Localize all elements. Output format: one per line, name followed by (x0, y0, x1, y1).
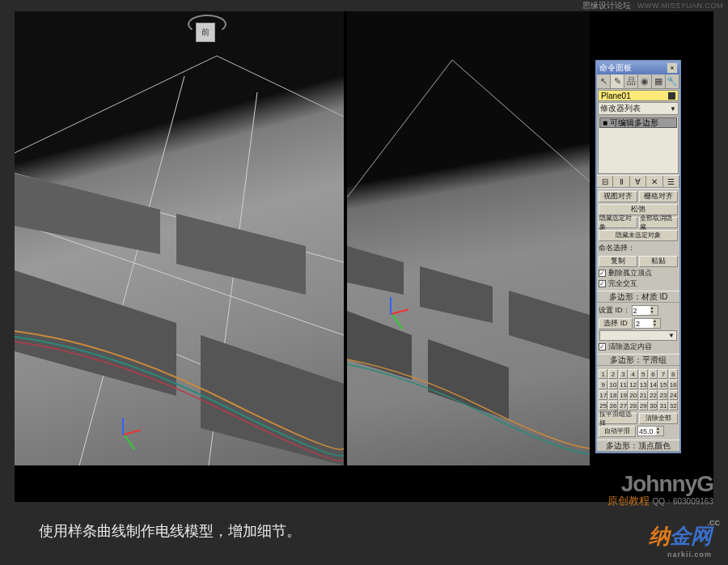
axis-gizmo-right[interactable] (371, 295, 412, 335)
axis-gizmo-left[interactable] (104, 415, 144, 456)
smooth-group-8[interactable]: 8 (669, 369, 678, 379)
modify-tab[interactable]: ✎ (611, 74, 624, 88)
viewcube-face-front[interactable]: 前 (196, 23, 215, 42)
modifier-stack[interactable]: ■ 可编辑多边形 (598, 116, 679, 174)
close-icon[interactable]: × (667, 63, 677, 73)
set-id-spinner[interactable]: 2▲▼ (632, 305, 658, 316)
full-interactive-checkbox[interactable]: ✓完全交互 (599, 278, 678, 289)
stack-item-editable-poly[interactable]: ■ 可编辑多边形 (599, 117, 677, 128)
smooth-group-9[interactable]: 9 (599, 380, 607, 389)
smooth-group-21[interactable]: 21 (639, 390, 648, 400)
auto-smooth-button[interactable]: 自动平滑 (599, 426, 636, 437)
svg-line-12 (452, 60, 590, 181)
logo-part2: 金网 (670, 524, 712, 548)
smooth-group-30[interactable]: 30 (649, 401, 658, 410)
select-id-button[interactable]: 选择 ID (599, 318, 633, 329)
smooth-group-5[interactable]: 5 (639, 369, 648, 379)
chevron-down-icon: ▼ (670, 105, 676, 113)
smooth-group-15[interactable]: 15 (658, 380, 667, 389)
utilities-tab[interactable]: 🔧 (666, 74, 679, 88)
show-end-result-icon[interactable]: Ⅱ (613, 176, 629, 187)
clear-selected-checkbox[interactable]: ✓清除选定内容 (599, 342, 678, 352)
configure-sets-icon[interactable]: ☰ (663, 176, 679, 187)
svg-line-2 (15, 173, 344, 262)
smoothing-groups-grid: 1234567891011121314151617181920212223242… (599, 369, 678, 410)
smooth-group-31[interactable]: 31 (658, 401, 667, 410)
rollout-smoothing-head[interactable]: 多边形：平滑组 (597, 355, 679, 366)
object-name-field[interactable]: Plane01 (598, 90, 679, 101)
panel-title-text: 命令面板 (599, 62, 632, 74)
smooth-group-3[interactable]: 3 (619, 369, 628, 379)
svg-marker-14 (420, 266, 493, 323)
rollout-material-id-head[interactable]: 多边形：材质 ID (597, 291, 679, 303)
svg-line-4 (15, 287, 344, 424)
object-name-text: Plane01 (601, 91, 631, 100)
display-tab[interactable]: ▦ (652, 74, 666, 88)
viewport-perspective-right[interactable] (347, 11, 590, 465)
smooth-group-32[interactable]: 32 (669, 401, 678, 410)
copy-button[interactable]: 复制 (599, 256, 637, 267)
pin-stack-icon[interactable]: ⊟ (597, 176, 613, 187)
smooth-group-1[interactable]: 1 (599, 369, 607, 379)
select-id-spinner[interactable]: 2▲▼ (634, 318, 661, 329)
logo-domain: narkii.com (649, 550, 712, 559)
create-tab[interactable]: ↖ (597, 74, 611, 88)
smooth-group-19[interactable]: 19 (619, 390, 628, 400)
select-by-smooth-button[interactable]: 按平滑组选择 (599, 413, 637, 424)
svg-line-1 (217, 56, 344, 117)
panel-titlebar[interactable]: 命令面板 × (597, 62, 679, 74)
author-signature: JohnnyG 原创教程 QQ：603009163 (607, 471, 713, 508)
smooth-group-11[interactable]: 11 (619, 380, 628, 389)
named-selection-label: 命名选择： (599, 243, 635, 253)
svg-marker-13 (347, 246, 404, 295)
remove-modifier-icon[interactable]: ✕ (646, 176, 662, 187)
svg-marker-10 (201, 335, 344, 465)
svg-line-0 (15, 56, 217, 153)
modifier-list-dropdown[interactable]: 修改器列表 ▼ (598, 102, 679, 115)
smooth-group-6[interactable]: 6 (649, 369, 658, 379)
smooth-group-18[interactable]: 18 (608, 390, 617, 400)
watermark-url: WWW.MISSYUAN.COM (637, 2, 723, 10)
auto-smooth-spinner[interactable]: 45.0▲▼ (637, 426, 664, 436)
smooth-group-4[interactable]: 4 (629, 369, 637, 379)
delete-isolated-checkbox[interactable]: ✓删除孤立顶点 (599, 268, 678, 278)
hide-unselected-button[interactable]: 隐藏未选定对象 (599, 230, 678, 241)
smooth-group-16[interactable]: 16 (669, 380, 678, 389)
viewcube[interactable]: 前 (191, 19, 223, 52)
svg-marker-9 (15, 270, 176, 396)
smooth-group-17[interactable]: 17 (599, 390, 607, 400)
smooth-group-24[interactable]: 24 (669, 390, 678, 400)
smooth-group-22[interactable]: 22 (649, 390, 658, 400)
smooth-group-10[interactable]: 10 (608, 380, 617, 389)
smooth-group-7[interactable]: 7 (658, 369, 667, 379)
svg-marker-15 (509, 291, 590, 359)
viewport-perspective-left[interactable]: 前 (15, 11, 344, 465)
paste-button[interactable]: 粘贴 (639, 256, 678, 267)
modifier-list-label: 修改器列表 (600, 103, 641, 114)
smooth-group-23[interactable]: 23 (658, 390, 667, 400)
material-name-dropdown[interactable]: ▼ (599, 330, 677, 341)
smooth-group-29[interactable]: 29 (639, 401, 648, 410)
mesh-align-button[interactable]: 栅格对齐 (639, 191, 678, 202)
delete-isolated-label: 删除孤立顶点 (608, 268, 652, 278)
narkii-logo: 纳金网 .CC narkii.com (649, 522, 712, 559)
smooth-group-13[interactable]: 13 (639, 380, 648, 389)
command-panel-tabs: ↖ ✎ 品 ◉ ▦ 🔧 (597, 74, 679, 89)
clear-selected-label: 清除选定内容 (608, 342, 652, 352)
rollout-vertex-color-head[interactable]: 多边形：顶点颜色 (597, 440, 679, 452)
object-color-swatch[interactable] (668, 92, 675, 100)
hierarchy-tab[interactable]: 品 (624, 74, 638, 88)
tutorial-frame: 前 命令面板 × ↖ ✎ 品 ◉ (15, 11, 713, 502)
smooth-group-14[interactable]: 14 (649, 380, 658, 389)
smooth-group-2[interactable]: 2 (608, 369, 617, 379)
clear-all-smooth-button[interactable]: 清除全部 (639, 413, 678, 424)
motion-tab[interactable]: ◉ (638, 74, 652, 88)
smooth-group-12[interactable]: 12 (629, 380, 637, 389)
make-unique-icon[interactable]: ∀ (630, 176, 646, 187)
rollout-selection: 视图对齐 栅格对齐 松弛 隐藏选定对象 全部取消隐藏 隐藏未选定对象 命名选择：… (597, 188, 679, 291)
wireframe-overlay-right (347, 11, 590, 465)
view-align-button[interactable]: 视图对齐 (599, 191, 637, 202)
unhide-all-button[interactable]: 全部取消隐藏 (639, 217, 678, 228)
smooth-group-20[interactable]: 20 (629, 390, 637, 400)
hide-selected-button[interactable]: 隐藏选定对象 (599, 217, 637, 228)
